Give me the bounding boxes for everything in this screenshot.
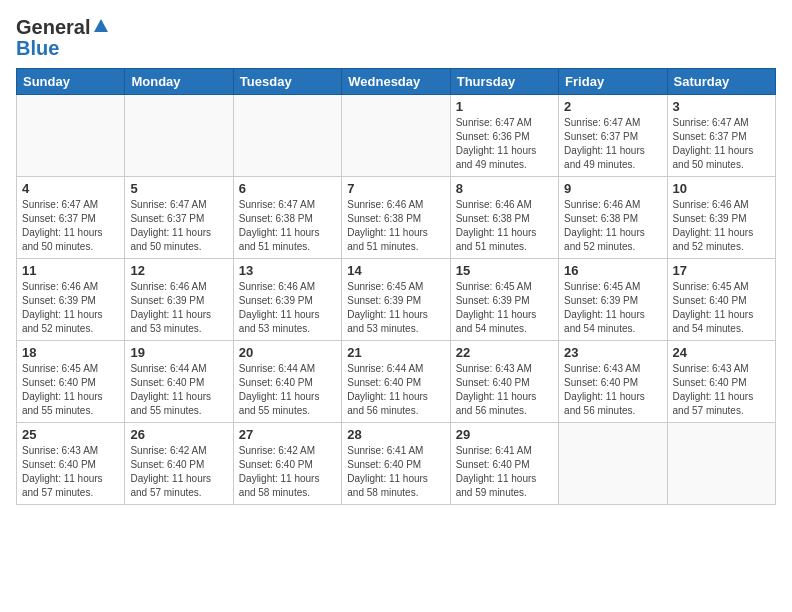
day-number: 26 (130, 427, 227, 442)
svg-marker-0 (94, 19, 108, 32)
calendar-cell: 2Sunrise: 6:47 AM Sunset: 6:37 PM Daylig… (559, 95, 667, 177)
calendar-cell (125, 95, 233, 177)
day-number: 24 (673, 345, 770, 360)
day-info: Sunrise: 6:42 AM Sunset: 6:40 PM Dayligh… (239, 444, 336, 500)
day-number: 4 (22, 181, 119, 196)
day-number: 12 (130, 263, 227, 278)
day-info: Sunrise: 6:47 AM Sunset: 6:38 PM Dayligh… (239, 198, 336, 254)
day-number: 14 (347, 263, 444, 278)
calendar-cell: 7Sunrise: 6:46 AM Sunset: 6:38 PM Daylig… (342, 177, 450, 259)
calendar-cell: 29Sunrise: 6:41 AM Sunset: 6:40 PM Dayli… (450, 423, 558, 505)
week-row-0: 1Sunrise: 6:47 AM Sunset: 6:36 PM Daylig… (17, 95, 776, 177)
day-number: 27 (239, 427, 336, 442)
calendar-cell: 21Sunrise: 6:44 AM Sunset: 6:40 PM Dayli… (342, 341, 450, 423)
calendar-cell: 1Sunrise: 6:47 AM Sunset: 6:36 PM Daylig… (450, 95, 558, 177)
day-number: 11 (22, 263, 119, 278)
day-info: Sunrise: 6:45 AM Sunset: 6:39 PM Dayligh… (564, 280, 661, 336)
day-info: Sunrise: 6:45 AM Sunset: 6:39 PM Dayligh… (456, 280, 553, 336)
calendar-cell: 18Sunrise: 6:45 AM Sunset: 6:40 PM Dayli… (17, 341, 125, 423)
calendar-cell: 9Sunrise: 6:46 AM Sunset: 6:38 PM Daylig… (559, 177, 667, 259)
day-number: 25 (22, 427, 119, 442)
day-header-thursday: Thursday (450, 69, 558, 95)
calendar-cell: 23Sunrise: 6:43 AM Sunset: 6:40 PM Dayli… (559, 341, 667, 423)
calendar-cell: 22Sunrise: 6:43 AM Sunset: 6:40 PM Dayli… (450, 341, 558, 423)
calendar-cell: 5Sunrise: 6:47 AM Sunset: 6:37 PM Daylig… (125, 177, 233, 259)
day-info: Sunrise: 6:44 AM Sunset: 6:40 PM Dayligh… (130, 362, 227, 418)
day-info: Sunrise: 6:41 AM Sunset: 6:40 PM Dayligh… (347, 444, 444, 500)
day-info: Sunrise: 6:45 AM Sunset: 6:40 PM Dayligh… (673, 280, 770, 336)
day-info: Sunrise: 6:46 AM Sunset: 6:39 PM Dayligh… (22, 280, 119, 336)
calendar-cell (667, 423, 775, 505)
day-number: 9 (564, 181, 661, 196)
day-number: 16 (564, 263, 661, 278)
calendar-cell: 8Sunrise: 6:46 AM Sunset: 6:38 PM Daylig… (450, 177, 558, 259)
day-info: Sunrise: 6:47 AM Sunset: 6:37 PM Dayligh… (130, 198, 227, 254)
day-number: 1 (456, 99, 553, 114)
day-info: Sunrise: 6:41 AM Sunset: 6:40 PM Dayligh… (456, 444, 553, 500)
calendar-cell: 27Sunrise: 6:42 AM Sunset: 6:40 PM Dayli… (233, 423, 341, 505)
day-info: Sunrise: 6:46 AM Sunset: 6:39 PM Dayligh… (673, 198, 770, 254)
week-row-3: 18Sunrise: 6:45 AM Sunset: 6:40 PM Dayli… (17, 341, 776, 423)
day-info: Sunrise: 6:47 AM Sunset: 6:36 PM Dayligh… (456, 116, 553, 172)
day-info: Sunrise: 6:42 AM Sunset: 6:40 PM Dayligh… (130, 444, 227, 500)
week-row-1: 4Sunrise: 6:47 AM Sunset: 6:37 PM Daylig… (17, 177, 776, 259)
calendar-cell (559, 423, 667, 505)
day-number: 22 (456, 345, 553, 360)
day-info: Sunrise: 6:46 AM Sunset: 6:39 PM Dayligh… (239, 280, 336, 336)
day-number: 3 (673, 99, 770, 114)
day-number: 10 (673, 181, 770, 196)
day-info: Sunrise: 6:43 AM Sunset: 6:40 PM Dayligh… (22, 444, 119, 500)
day-info: Sunrise: 6:45 AM Sunset: 6:40 PM Dayligh… (22, 362, 119, 418)
header: General Blue (16, 16, 776, 60)
day-info: Sunrise: 6:47 AM Sunset: 6:37 PM Dayligh… (22, 198, 119, 254)
calendar-cell: 11Sunrise: 6:46 AM Sunset: 6:39 PM Dayli… (17, 259, 125, 341)
day-info: Sunrise: 6:46 AM Sunset: 6:38 PM Dayligh… (347, 198, 444, 254)
day-header-wednesday: Wednesday (342, 69, 450, 95)
calendar-cell: 10Sunrise: 6:46 AM Sunset: 6:39 PM Dayli… (667, 177, 775, 259)
day-header-sunday: Sunday (17, 69, 125, 95)
calendar-cell (17, 95, 125, 177)
calendar-cell: 13Sunrise: 6:46 AM Sunset: 6:39 PM Dayli… (233, 259, 341, 341)
calendar-cell: 17Sunrise: 6:45 AM Sunset: 6:40 PM Dayli… (667, 259, 775, 341)
calendar-cell: 26Sunrise: 6:42 AM Sunset: 6:40 PM Dayli… (125, 423, 233, 505)
day-number: 29 (456, 427, 553, 442)
day-number: 7 (347, 181, 444, 196)
day-header-tuesday: Tuesday (233, 69, 341, 95)
calendar-cell: 16Sunrise: 6:45 AM Sunset: 6:39 PM Dayli… (559, 259, 667, 341)
logo-triangle-icon (93, 18, 109, 38)
day-number: 23 (564, 345, 661, 360)
day-number: 18 (22, 345, 119, 360)
day-info: Sunrise: 6:43 AM Sunset: 6:40 PM Dayligh… (564, 362, 661, 418)
calendar-cell: 19Sunrise: 6:44 AM Sunset: 6:40 PM Dayli… (125, 341, 233, 423)
day-number: 8 (456, 181, 553, 196)
day-header-monday: Monday (125, 69, 233, 95)
day-info: Sunrise: 6:43 AM Sunset: 6:40 PM Dayligh… (673, 362, 770, 418)
day-info: Sunrise: 6:44 AM Sunset: 6:40 PM Dayligh… (239, 362, 336, 418)
day-info: Sunrise: 6:45 AM Sunset: 6:39 PM Dayligh… (347, 280, 444, 336)
calendar-cell: 4Sunrise: 6:47 AM Sunset: 6:37 PM Daylig… (17, 177, 125, 259)
calendar-cell (233, 95, 341, 177)
day-number: 20 (239, 345, 336, 360)
calendar: SundayMondayTuesdayWednesdayThursdayFrid… (16, 68, 776, 505)
day-header-saturday: Saturday (667, 69, 775, 95)
logo-blue: Blue (16, 37, 59, 60)
day-number: 21 (347, 345, 444, 360)
calendar-cell: 25Sunrise: 6:43 AM Sunset: 6:40 PM Dayli… (17, 423, 125, 505)
day-info: Sunrise: 6:46 AM Sunset: 6:38 PM Dayligh… (456, 198, 553, 254)
calendar-cell (342, 95, 450, 177)
logo-general: General (16, 16, 90, 39)
calendar-cell: 6Sunrise: 6:47 AM Sunset: 6:38 PM Daylig… (233, 177, 341, 259)
calendar-cell: 20Sunrise: 6:44 AM Sunset: 6:40 PM Dayli… (233, 341, 341, 423)
day-info: Sunrise: 6:47 AM Sunset: 6:37 PM Dayligh… (564, 116, 661, 172)
day-number: 15 (456, 263, 553, 278)
day-number: 2 (564, 99, 661, 114)
day-number: 19 (130, 345, 227, 360)
calendar-cell: 14Sunrise: 6:45 AM Sunset: 6:39 PM Dayli… (342, 259, 450, 341)
day-info: Sunrise: 6:46 AM Sunset: 6:38 PM Dayligh… (564, 198, 661, 254)
calendar-cell: 12Sunrise: 6:46 AM Sunset: 6:39 PM Dayli… (125, 259, 233, 341)
week-row-4: 25Sunrise: 6:43 AM Sunset: 6:40 PM Dayli… (17, 423, 776, 505)
day-number: 5 (130, 181, 227, 196)
day-number: 13 (239, 263, 336, 278)
day-info: Sunrise: 6:43 AM Sunset: 6:40 PM Dayligh… (456, 362, 553, 418)
week-row-2: 11Sunrise: 6:46 AM Sunset: 6:39 PM Dayli… (17, 259, 776, 341)
